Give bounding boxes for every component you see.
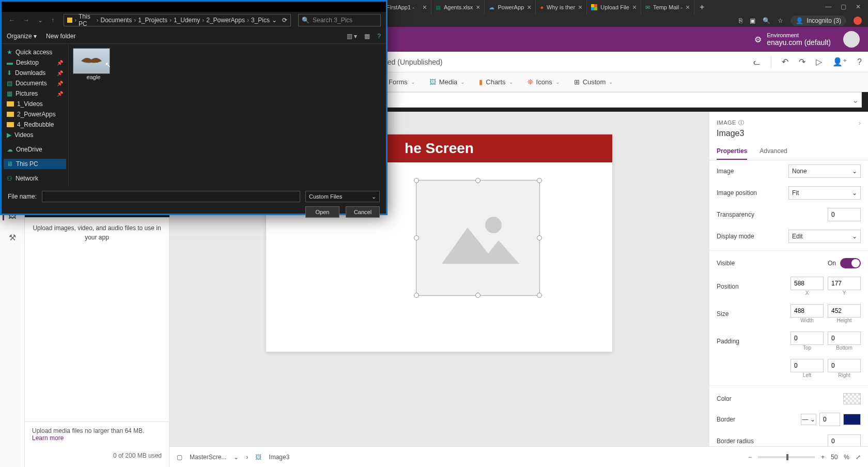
share-icon[interactable]: 👤⁺ [832, 57, 847, 67]
close-icon[interactable]: × [632, 3, 637, 11]
padding-bottom-input[interactable] [828, 332, 861, 345]
play-icon[interactable]: ▷ [816, 57, 822, 67]
environment-name[interactable]: enayu.com (default) [767, 38, 831, 47]
zoom-in-button[interactable]: + [821, 454, 825, 461]
padding-left-input[interactable] [791, 359, 824, 372]
image-select[interactable]: None⌄ [788, 164, 861, 178]
tree-1videos[interactable]: 1_Videos [4, 99, 66, 109]
environment-icon[interactable]: ⚙ [754, 35, 762, 44]
tab-properties[interactable]: Properties [717, 143, 747, 160]
displaymode-select[interactable]: Edit⌄ [788, 230, 861, 243]
up-icon[interactable]: ↑ [49, 17, 56, 24]
imgpos-select[interactable]: Fit⌄ [788, 186, 861, 200]
close-icon[interactable]: × [423, 3, 427, 11]
chevron-right-icon[interactable]: › [859, 119, 861, 127]
cancel-button[interactable]: Cancel [346, 206, 380, 218]
icons-menu[interactable]: ❊Icons⌄ [528, 78, 560, 86]
star-icon[interactable]: ☆ [778, 17, 783, 24]
tree-onedrive[interactable]: ☁OneDrive [4, 144, 66, 155]
zoom-icon[interactable]: 🔍 [763, 17, 770, 24]
maximize-icon[interactable]: ▢ [841, 3, 846, 10]
tree-network[interactable]: ⚇Network [4, 173, 66, 184]
zoom-out-button[interactable]: − [748, 454, 752, 461]
resize-handle[interactable] [537, 178, 542, 183]
path-seg[interactable]: 3_Pics [251, 17, 270, 24]
resize-handle[interactable] [537, 235, 542, 240]
tree-documents[interactable]: ▤Documents📌 [4, 78, 66, 88]
organize-menu[interactable]: Organize ▾ [7, 33, 37, 40]
cast-icon[interactable]: ⎘ [739, 17, 742, 24]
control-breadcrumb[interactable]: Image3 [269, 454, 289, 461]
path-seg[interactable]: Documents [100, 17, 132, 24]
padding-top-input[interactable] [791, 332, 824, 345]
close-icon[interactable]: × [527, 3, 531, 11]
file-eagle[interactable]: eagle [73, 48, 114, 80]
tree-pictures[interactable]: ▦Pictures📌 [4, 88, 66, 99]
tree-quick-access[interactable]: ★Quick access [4, 47, 66, 57]
help-icon[interactable]: ⓘ [738, 119, 745, 126]
refresh-icon[interactable]: ⟳ [282, 17, 287, 24]
tree-2powerapps[interactable]: 2_PowerApps [4, 109, 66, 119]
color-picker[interactable] [843, 393, 861, 404]
path-seg[interactable]: 1_Projects [138, 17, 167, 24]
preview-icon[interactable]: ▦ [364, 33, 370, 40]
position-x-input[interactable] [791, 277, 824, 290]
help-icon[interactable]: ? [857, 57, 862, 67]
file-list[interactable]: eagle [69, 44, 386, 187]
path-seg[interactable]: This PC [79, 13, 94, 27]
new-tab-button[interactable]: + [694, 3, 709, 12]
tree-downloads[interactable]: ⬇Downloads📌 [4, 68, 66, 78]
profile-avatar[interactable] [854, 17, 862, 25]
fit-icon[interactable]: ⤢ [856, 454, 861, 461]
resize-handle[interactable] [537, 293, 542, 298]
path-seg[interactable]: 2_PowerApps [206, 17, 245, 24]
recent-icon[interactable]: ⌄ [36, 17, 45, 24]
forward-icon[interactable]: → [21, 17, 32, 24]
border-radius-input[interactable] [828, 434, 861, 446]
width-input[interactable] [791, 304, 824, 318]
resize-handle[interactable] [475, 178, 481, 183]
chevron-down-icon[interactable]: ⌄ [849, 95, 861, 105]
chevron-down-icon[interactable]: ⌄ [234, 454, 239, 461]
dialog-titlebar[interactable] [2, 2, 386, 12]
browser-tab-2[interactable]: ☁PowerApp× [485, 0, 536, 14]
height-input[interactable] [828, 304, 861, 318]
border-color-picker[interactable] [843, 414, 861, 425]
padding-right-input[interactable] [828, 359, 861, 372]
close-icon[interactable]: × [578, 3, 582, 11]
close-icon[interactable]: ✕ [856, 3, 861, 10]
transparency-input[interactable] [828, 208, 861, 221]
new-folder-button[interactable]: New folder [46, 33, 75, 40]
position-y-input[interactable] [828, 277, 861, 290]
tab-advanced[interactable]: Advanced [760, 143, 787, 160]
zoom-slider[interactable] [758, 456, 815, 458]
browser-tab-1[interactable]: ▦Agents.xlsx× [431, 0, 485, 14]
tree-thispc[interactable]: 🖥This PC [4, 159, 66, 169]
help-icon[interactable]: ? [377, 33, 381, 40]
search-input[interactable]: 🔍 Search 3_Pics [298, 14, 381, 26]
resize-handle[interactable] [414, 235, 419, 240]
border-width-input[interactable] [819, 413, 840, 426]
media-menu[interactable]: 🖼Media⌄ [429, 78, 464, 86]
resize-handle[interactable] [414, 293, 419, 298]
tree-4redbubble[interactable]: 4_Redbubble [4, 119, 66, 130]
custom-menu[interactable]: ⊞Custom⌄ [574, 78, 613, 86]
resize-handle[interactable] [414, 178, 419, 183]
minimize-icon[interactable]: — [825, 3, 831, 10]
camera-icon[interactable]: ▣ [750, 17, 755, 24]
incognito-badge[interactable]: 👤 Incognito (3) [791, 16, 846, 26]
learn-more-link[interactable]: Learn more [32, 434, 64, 442]
view-icon[interactable]: ▥ ▾ [347, 33, 357, 40]
open-button[interactable]: Open [305, 206, 339, 218]
filename-input[interactable] [42, 191, 300, 202]
browser-tab-3[interactable]: ●Why is ther× [536, 0, 587, 14]
tree-desktop[interactable]: ▬Desktop📌 [4, 57, 66, 68]
filetype-filter[interactable]: Custom Files⌄ [305, 191, 380, 202]
resize-handle[interactable] [475, 293, 481, 298]
path-bar[interactable]: ›This PC ›Documents ›1_Projects ›1_Udemy… [64, 14, 291, 26]
border-style-select[interactable]: — ⌄ [801, 414, 816, 425]
close-icon[interactable]: × [686, 3, 690, 11]
undo-icon[interactable]: ↶ [782, 57, 788, 67]
visible-toggle[interactable] [840, 258, 861, 268]
forms-menu[interactable]: Forms⌄ [389, 78, 415, 86]
